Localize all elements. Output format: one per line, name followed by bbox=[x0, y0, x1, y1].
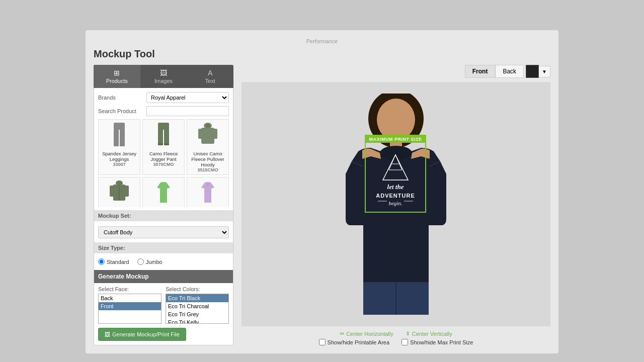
svg-rect-9 bbox=[201, 128, 214, 144]
radio-jumbo-label: Jumbo bbox=[146, 259, 163, 265]
tab-products[interactable]: ⊞ Products bbox=[94, 65, 140, 88]
select-face-label: Select Face: bbox=[98, 286, 162, 292]
search-product-row: Search Product bbox=[98, 106, 229, 116]
center-horizontally-button[interactable]: ⇔ Center Horizontally bbox=[340, 330, 393, 337]
svg-rect-16 bbox=[124, 186, 129, 197]
products-grid: Spandex Jersey Leggings 33007 bbox=[98, 119, 229, 207]
svg-text:let the: let the bbox=[387, 183, 404, 191]
svg-rect-15 bbox=[110, 186, 114, 197]
size-type-label: Size Type: bbox=[98, 245, 125, 251]
color-swatch[interactable] bbox=[526, 65, 539, 78]
product-card-jacket[interactable]: Camo Jacket 5000CMO bbox=[98, 177, 140, 207]
radio-standard-label: Standard bbox=[107, 259, 129, 265]
front-view-button[interactable]: Front bbox=[465, 65, 496, 78]
face-listbox[interactable]: Back Front bbox=[98, 294, 162, 324]
product-name-3: Unisex Camo Fleece Pullover Hoody bbox=[189, 151, 226, 167]
brands-row: Brands Royal Apparel Bella+Canvas Gildan… bbox=[98, 92, 229, 103]
print-content: let the ADVENTURE begin. bbox=[366, 143, 425, 212]
svg-text:begin.: begin. bbox=[388, 200, 402, 206]
mockup-set-select[interactable]: Cutoff Body Full Body Flat Lay bbox=[98, 226, 229, 238]
mockup-preview: MAXIMUM PRINT SIZE let the bbox=[242, 82, 550, 326]
show-printable-label[interactable]: Show/hide Printable Area bbox=[319, 339, 390, 345]
adventure-design: let the ADVENTURE begin. bbox=[368, 145, 423, 210]
show-printable-text: Show/hide Printable Area bbox=[328, 339, 390, 345]
select-colors-label: Select Colors: bbox=[166, 286, 229, 292]
color-eco-tri-kelly[interactable]: Eco Tri Kelly bbox=[166, 318, 228, 324]
colors-listbox[interactable]: Eco Tri Black Eco Tri Charcoal Eco Tri G… bbox=[166, 294, 229, 324]
svg-rect-4 bbox=[158, 129, 163, 144]
brands-select[interactable]: Royal Apparel Bella+Canvas Gildan Next L… bbox=[146, 92, 229, 103]
product-card-hoodie[interactable]: Unisex Camo Fleece Pullover Hoody 3515CM… bbox=[187, 119, 229, 175]
color-eco-tri-charcoal[interactable]: Eco Tri Charcoal bbox=[166, 302, 228, 310]
products-icon: ⊞ bbox=[114, 69, 120, 77]
svg-text:ADVENTURE: ADVENTURE bbox=[376, 193, 415, 199]
colors-col: Select Colors: Eco Tri Black Eco Tri Cha… bbox=[166, 286, 229, 324]
jogger-svg bbox=[153, 123, 174, 149]
product-card-vneck[interactable]: V-Neck Tee 5001V bbox=[187, 177, 229, 207]
product-sku-2: 3070CMO bbox=[145, 162, 182, 167]
show-max-text: Show/hide Max Print Size bbox=[410, 339, 473, 345]
center-v-icon: ⇕ bbox=[406, 330, 410, 337]
svg-rect-5 bbox=[164, 129, 169, 144]
tab-text[interactable]: A Text bbox=[187, 65, 233, 88]
search-product-input[interactable] bbox=[146, 106, 229, 116]
color-dropdown-arrow[interactable]: ▼ bbox=[539, 66, 550, 77]
product-card-leggings[interactable]: Spandex Jersey Leggings 33007 bbox=[98, 119, 140, 175]
right-panel: Front Back ▼ bbox=[242, 65, 550, 345]
tab-images[interactable]: 🖼 Images bbox=[140, 65, 187, 88]
center-h-label: Center Horizontally bbox=[346, 331, 393, 337]
radio-jumbo[interactable]: Jumbo bbox=[137, 258, 163, 265]
generate-title: Generate Mockup bbox=[98, 273, 149, 280]
center-vertically-button[interactable]: ⇕ Center Vertically bbox=[406, 330, 452, 337]
generate-section-header: Generate Mockup bbox=[94, 270, 233, 283]
page-title: Mockup Tool bbox=[94, 48, 550, 60]
checkbox-row: Show/hide Printable Area Show/hide Max P… bbox=[242, 339, 550, 345]
center-h-icon: ⇔ bbox=[340, 330, 344, 337]
panel-body: Brands Royal Apparel Bella+Canvas Gildan… bbox=[94, 88, 233, 345]
product-name-2: Camo Fleece Jogger Pant bbox=[145, 151, 182, 162]
back-label: Back bbox=[503, 68, 516, 75]
face-front[interactable]: Front bbox=[99, 302, 161, 310]
face-empty1 bbox=[99, 310, 161, 312]
show-max-print-checkbox[interactable] bbox=[401, 339, 408, 345]
tshirt-model: MAXIMUM PRINT SIZE let the bbox=[315, 94, 476, 315]
mockup-set-label: Mockup Set: bbox=[98, 213, 131, 219]
product-card-jogger[interactable]: Camo Fleece Jogger Pant 3070CMO bbox=[142, 119, 185, 175]
generate-mockup-button[interactable]: 🖼 Generate Mockup/Print File bbox=[98, 328, 186, 341]
generate-icon: 🖼 bbox=[105, 331, 110, 337]
mockup-set-divider: Mockup Set: bbox=[94, 210, 233, 221]
product-card-tee[interactable]: Unisex Tee 5000T bbox=[142, 177, 185, 207]
svg-marker-25 bbox=[389, 155, 402, 170]
bottom-controls: ⇔ Center Horizontally ⇕ Center Verticall… bbox=[242, 330, 550, 345]
svg-marker-24 bbox=[383, 155, 408, 180]
show-printable-checkbox[interactable] bbox=[319, 339, 326, 345]
left-panel: ⊞ Products 🖼 Images A Text Brands Roya bbox=[94, 65, 233, 345]
brands-label: Brands bbox=[98, 95, 143, 101]
color-eco-tri-black[interactable]: Eco Tri Black bbox=[166, 294, 228, 302]
vneck-svg bbox=[197, 180, 218, 207]
face-back[interactable]: Back bbox=[99, 294, 161, 302]
images-icon: 🖼 bbox=[160, 69, 167, 77]
tab-products-label: Products bbox=[106, 78, 128, 84]
show-max-print-label[interactable]: Show/hide Max Print Size bbox=[401, 339, 473, 345]
tab-images-label: Images bbox=[154, 78, 173, 84]
radio-standard[interactable]: Standard bbox=[98, 258, 129, 265]
view-controls: Front Back ▼ bbox=[242, 65, 550, 78]
back-view-button[interactable]: Back bbox=[495, 65, 524, 78]
leggings-svg bbox=[109, 123, 130, 149]
color-eco-tri-grey[interactable]: Eco Tri Grey bbox=[166, 310, 228, 318]
svg-rect-2 bbox=[120, 129, 125, 146]
performance-bar: Performance bbox=[94, 38, 550, 44]
svg-rect-0 bbox=[114, 123, 125, 130]
text-icon: A bbox=[208, 69, 212, 77]
center-v-label: Center Vertically bbox=[412, 331, 452, 337]
tab-text-label: Text bbox=[205, 78, 215, 84]
svg-rect-3 bbox=[158, 123, 169, 130]
align-row: ⇔ Center Horizontally ⇕ Center Verticall… bbox=[242, 330, 550, 337]
svg-rect-6 bbox=[158, 143, 163, 145]
svg-rect-11 bbox=[213, 129, 217, 139]
jacket-svg bbox=[109, 180, 130, 207]
tabs-bar: ⊞ Products 🖼 Images A Text bbox=[94, 65, 233, 88]
face-col: Select Face: Back Front bbox=[98, 286, 162, 324]
svg-rect-10 bbox=[198, 129, 202, 139]
